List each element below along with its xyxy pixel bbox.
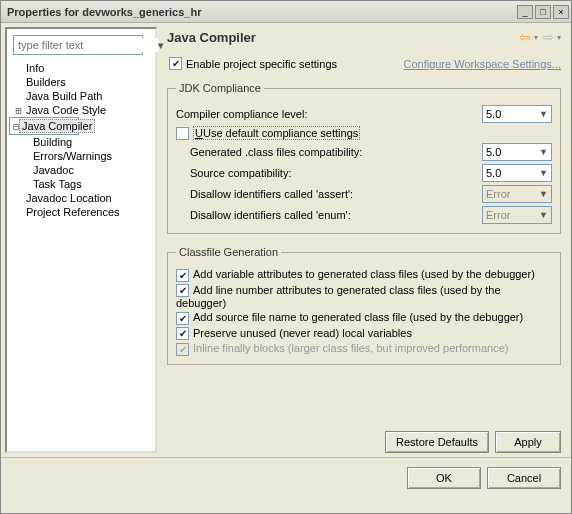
source-compat-select[interactable]: 5.0▼ [482, 164, 552, 182]
generated-compat-label: Generated .class files compatibility: [176, 146, 482, 158]
tree-task-tags[interactable]: Task Tags [9, 177, 153, 191]
tree-java-build-path[interactable]: Java Build Path [9, 89, 153, 103]
title-bar: Properties for devworks_generics_hr _ □ … [1, 1, 571, 23]
page-heading: Java Compiler [167, 30, 515, 45]
add-variable-attrs-checkbox[interactable]: ✔ [176, 269, 189, 282]
arrow-left-icon: ⇦ [519, 29, 531, 45]
add-line-number-label: Add line number attributes to generated … [176, 284, 501, 310]
restore-defaults-button[interactable]: Restore Defaults [385, 431, 489, 453]
chevron-down-icon: ▼ [539, 189, 548, 199]
chevron-down-icon: ▼ [539, 147, 548, 157]
tree-building[interactable]: Building [9, 135, 153, 149]
chevron-down-icon: ▼ [539, 168, 548, 178]
sidebar: ▾ Info Builders Java Build Path ⊞Java Co… [5, 27, 157, 453]
disallow-enum-select: Error▼ [482, 206, 552, 224]
preserve-unused-checkbox[interactable]: ✔ [176, 327, 189, 340]
forward-button: ⇨ [540, 29, 556, 45]
compliance-level-label: Compiler compliance level: [176, 108, 482, 120]
disallow-assert-label: Disallow identifiers called 'assert': [176, 188, 482, 200]
compliance-level-select[interactable]: 5.0▼ [482, 105, 552, 123]
dialog-footer: OK Cancel [1, 457, 571, 497]
enable-project-checkbox[interactable]: ✔ [169, 57, 182, 70]
inline-finally-checkbox: ✔ [176, 343, 189, 356]
classfile-generation-group: Classfile Generation ✔Add variable attri… [167, 246, 561, 365]
use-default-label: UUse default compliance settings [193, 126, 360, 140]
generated-compat-select[interactable]: 5.0▼ [482, 143, 552, 161]
main-panel: Java Compiler ⇦▾ ⇨▾ ✔ Enable project spe… [157, 23, 571, 457]
tree-java-code-style[interactable]: ⊞Java Code Style [9, 103, 153, 117]
add-line-number-checkbox[interactable]: ✔ [176, 284, 189, 297]
use-default-checkbox[interactable] [176, 127, 189, 140]
back-button[interactable]: ⇦ [517, 29, 533, 45]
tree-java-compiler[interactable]: ⊟Java Compiler [9, 117, 79, 135]
classfile-legend: Classfile Generation [176, 246, 281, 258]
cancel-button[interactable]: Cancel [487, 467, 561, 489]
expand-icon: ⊞ [13, 105, 24, 116]
inline-finally-label: Inline finally blocks (larger class file… [193, 342, 508, 354]
preserve-unused-label: Preserve unused (never read) local varia… [193, 327, 412, 339]
filter-text[interactable] [16, 38, 158, 52]
tree-info[interactable]: Info [9, 61, 153, 75]
enable-project-label: Enable project specific settings [186, 58, 403, 70]
tree-javadoc[interactable]: Javadoc [9, 163, 153, 177]
add-source-filename-checkbox[interactable]: ✔ [176, 312, 189, 325]
apply-button[interactable]: Apply [495, 431, 561, 453]
chevron-down-icon: ▼ [539, 109, 548, 119]
window-title: Properties for devworks_generics_hr [7, 6, 515, 18]
tree-errors-warnings[interactable]: Errors/Warnings [9, 149, 153, 163]
filter-input[interactable]: ▾ [13, 35, 143, 55]
tree-builders[interactable]: Builders [9, 75, 153, 89]
add-source-filename-label: Add source file name to generated class … [193, 311, 523, 323]
jdk-legend: JDK Compliance [176, 82, 264, 94]
arrow-right-icon: ⇨ [542, 29, 554, 45]
jdk-compliance-group: JDK Compliance Compiler compliance level… [167, 82, 561, 234]
chevron-down-icon: ▼ [539, 210, 548, 220]
disallow-assert-select: Error▼ [482, 185, 552, 203]
tree-javadoc-location[interactable]: Javadoc Location [9, 191, 153, 205]
disallow-enum-label: Disallow identifiers called 'enum': [176, 209, 482, 221]
maximize-button[interactable]: □ [535, 5, 551, 19]
close-button[interactable]: × [553, 5, 569, 19]
tree-project-references[interactable]: Project References [9, 205, 153, 219]
workspace-settings-link[interactable]: Configure Workspace Settings... [403, 58, 561, 70]
source-compat-label: Source compatibility: [176, 167, 482, 179]
add-variable-attrs-label: Add variable attributes to generated cla… [193, 268, 535, 280]
minimize-button[interactable]: _ [517, 5, 533, 19]
nav-tree: Info Builders Java Build Path ⊞Java Code… [9, 61, 153, 447]
ok-button[interactable]: OK [407, 467, 481, 489]
